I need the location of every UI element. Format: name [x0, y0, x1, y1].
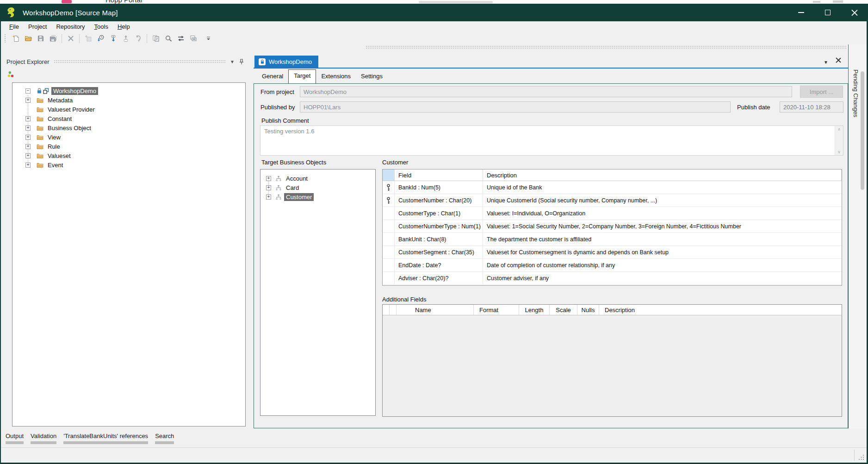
column-header-length[interactable]: Length	[519, 305, 550, 315]
table-row[interactable]: CustomerSegment : Char(35) Valueset for …	[383, 246, 842, 259]
new-project-button[interactable]	[9, 33, 22, 44]
expand-icon[interactable]	[25, 153, 31, 158]
column-header-description[interactable]: Description	[483, 169, 842, 181]
check-in-button[interactable]	[107, 33, 119, 44]
bottom-tab[interactable]: Search	[155, 433, 174, 444]
tree-item[interactable]: View	[12, 132, 245, 142]
subtab[interactable]: Extensions	[316, 70, 356, 82]
tree-item[interactable]: Business Object	[12, 123, 245, 132]
tree-root-item[interactable]: WorkshopDemo	[12, 86, 245, 95]
subtab[interactable]: General	[257, 70, 288, 82]
comment-scrollbar[interactable]: ∧ ∨	[835, 126, 843, 155]
find-button[interactable]	[162, 33, 174, 44]
tree-item[interactable]: Valueset	[12, 151, 245, 160]
subtab[interactable]: Settings	[356, 70, 388, 82]
publish-button[interactable]	[187, 33, 199, 44]
table-row[interactable]: CustomerNumberType : Num(1) Valueset: 1=…	[383, 220, 842, 233]
menu-item[interactable]: Project	[24, 22, 51, 31]
business-object-item[interactable]: Card	[260, 183, 375, 192]
panel-grip[interactable]	[54, 60, 225, 63]
delete-button[interactable]	[64, 33, 77, 44]
add-item-button[interactable]	[82, 33, 94, 44]
row-selector-cell[interactable]	[383, 272, 395, 285]
row-selector-cell[interactable]	[383, 194, 395, 207]
close-button[interactable]	[841, 4, 868, 21]
toolbar-grip[interactable]	[4, 34, 6, 43]
properties-button[interactable]	[149, 33, 162, 44]
tree-item[interactable]: Event	[12, 160, 245, 169]
save-button[interactable]	[34, 33, 47, 44]
bottom-tab[interactable]: Validation	[31, 433, 56, 444]
row-selector-cell[interactable]	[383, 233, 395, 246]
column-header-description[interactable]: Description	[599, 305, 842, 315]
row-selector-cell[interactable]	[383, 207, 395, 220]
published-by-field[interactable]: HOPP01\Lars	[300, 101, 731, 113]
table-row[interactable]: EndDate : Date? Date of completion of cu…	[383, 259, 842, 272]
bottom-tab[interactable]: 'TranslateBankUnits' references	[63, 433, 148, 444]
publish-date-field[interactable]: 2020-11-10 18:28	[780, 101, 843, 113]
undo-pending-button[interactable]	[132, 33, 144, 44]
column-header-scale[interactable]: Scale	[550, 305, 577, 315]
tree-item[interactable]: Constant	[12, 114, 245, 123]
row-selector-cell[interactable]	[383, 220, 395, 233]
tree-item[interactable]: Valueset Provider	[12, 105, 245, 114]
tree-item[interactable]: Rule	[12, 142, 245, 151]
row-selector-cell[interactable]	[383, 246, 395, 259]
pending-changes-tab[interactable]: Pending Changes	[852, 69, 859, 117]
document-tab[interactable]: WorkshopDemo	[254, 56, 318, 68]
column-header-format[interactable]: Format	[474, 305, 519, 315]
column-header-field[interactable]: Field	[395, 169, 483, 181]
expand-icon[interactable]	[266, 185, 271, 190]
tree-item[interactable]: Metadata	[12, 95, 245, 105]
resize-grip-icon[interactable]	[858, 454, 864, 460]
table-row[interactable]: BankId : Num(5) Unique id of the Bank	[383, 181, 842, 194]
collapse-icon[interactable]	[25, 88, 31, 94]
open-project-button[interactable]	[22, 33, 34, 44]
panel-menu-icon[interactable]	[230, 59, 235, 64]
table-row[interactable]: BankUnit : Char(8) The department the cu…	[383, 233, 842, 246]
publish-comment-field[interactable]: Testing version 1.6 ∧ ∨	[260, 125, 843, 156]
minimize-button[interactable]	[787, 4, 814, 21]
check-out-button[interactable]	[119, 33, 132, 44]
compare-button[interactable]	[174, 33, 187, 44]
menu-item[interactable]: Tools	[90, 22, 113, 31]
column-header-name[interactable]: Name	[397, 305, 474, 315]
from-project-field[interactable]: WorkshopDemo	[300, 86, 792, 97]
maximize-button[interactable]	[814, 4, 841, 21]
status-dots-icon[interactable]	[7, 71, 14, 78]
expand-icon[interactable]	[25, 144, 31, 149]
row-selector-cell[interactable]	[383, 181, 395, 194]
expand-icon[interactable]	[25, 125, 31, 131]
subtab[interactable]: Target	[288, 69, 316, 83]
column-header-nulls[interactable]: Nulls	[577, 305, 599, 315]
tab-close-icon[interactable]	[836, 57, 841, 63]
row-selector-cell[interactable]	[383, 259, 395, 272]
expand-icon[interactable]	[25, 163, 31, 168]
save-all-button[interactable]	[47, 33, 59, 44]
row-indicator-header[interactable]	[390, 305, 397, 315]
row-selector-header[interactable]	[383, 305, 390, 315]
menu-item[interactable]: Repository	[51, 22, 89, 31]
table-row[interactable]: CustomerType : Char(1) Valueset: I=Indiv…	[383, 207, 842, 220]
business-object-item[interactable]: Customer	[260, 192, 375, 201]
expand-icon[interactable]	[266, 176, 271, 181]
toolbar-overflow-button[interactable]	[202, 33, 215, 44]
expand-icon[interactable]	[25, 116, 31, 121]
table-row[interactable]: Adviser : Char(20)? Customer adviser, if…	[383, 272, 842, 285]
business-object-item[interactable]: Account	[260, 174, 375, 183]
menu-item[interactable]: Help	[113, 22, 135, 31]
bottom-tab[interactable]: Output	[6, 433, 24, 444]
get-latest-button[interactable]	[94, 33, 107, 44]
pin-icon[interactable]	[239, 59, 244, 65]
scroll-down-icon[interactable]: ∨	[837, 150, 841, 154]
menu-item[interactable]: File	[5, 22, 24, 31]
scroll-up-icon[interactable]: ∧	[837, 127, 841, 132]
expand-icon[interactable]	[25, 98, 31, 103]
tab-menu-icon[interactable]	[824, 57, 828, 66]
row-selector-header[interactable]	[383, 169, 395, 181]
import-button[interactable]: Import ...	[800, 86, 843, 98]
table-row[interactable]: CustomerNumber : Char(20) Unique Custome…	[383, 194, 842, 207]
pending-changes-scrollbar[interactable]	[861, 71, 864, 190]
expand-icon[interactable]	[266, 194, 271, 200]
expand-icon[interactable]	[25, 135, 31, 140]
